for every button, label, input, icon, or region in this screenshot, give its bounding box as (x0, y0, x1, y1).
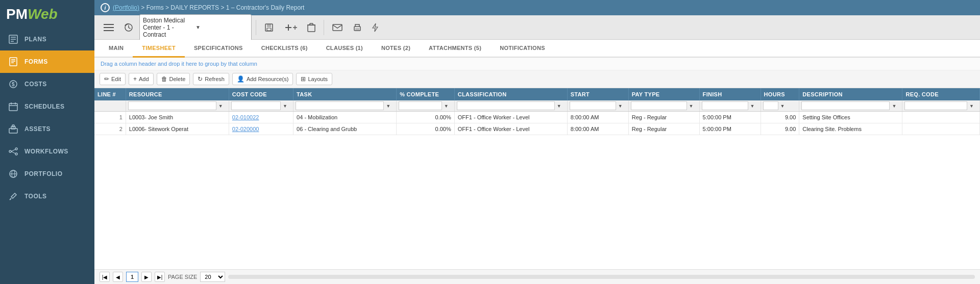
filter-resource-btn[interactable]: ▼ (217, 104, 224, 109)
filter-start-btn[interactable]: ▼ (617, 104, 624, 109)
filter-pay-type: ▼ (628, 100, 699, 112)
breadcrumb-portfolio[interactable]: (Portfolio) (113, 4, 139, 11)
schedules-label: SCHEDULES (24, 103, 65, 110)
refresh-button[interactable]: ↻ Refresh (193, 73, 229, 85)
filter-description: ▼ (799, 100, 902, 112)
filter-cost-code-btn[interactable]: ▼ (282, 104, 288, 109)
tools-icon (8, 191, 18, 201)
tab-notes[interactable]: NOTES (2) (372, 40, 420, 58)
table-footer: |◀ ◀ 1 ▶ ▶| PAGE SIZE 20 50 100 (94, 269, 980, 284)
col-complete: % COMPLETE (397, 88, 455, 100)
filter-complete-btn[interactable]: ▼ (443, 104, 450, 109)
plans-icon (8, 34, 18, 44)
add-row-button[interactable]: + Add (129, 73, 154, 85)
filter-req-code-input[interactable] (904, 101, 967, 110)
col-resource: RESOURCE (126, 88, 229, 100)
filter-pay-type-input[interactable] (631, 101, 687, 110)
row2-start: 8:00:00 AM (567, 123, 628, 135)
filter-finish-btn[interactable]: ▼ (749, 104, 756, 109)
horizontal-scrollbar[interactable] (228, 275, 975, 279)
sidebar-nav: PLANS FORMS $ COSTS SCHEDULES ASSETS (0, 28, 94, 284)
sidebar-item-workflows[interactable]: WORKFLOWS (0, 140, 94, 163)
col-task: TASK (293, 88, 397, 100)
filter-complete-input[interactable] (399, 101, 442, 110)
tab-notifications[interactable]: NOTIFICATIONS (491, 40, 554, 58)
history-button[interactable] (120, 20, 137, 35)
row1-cost-code[interactable]: 02-010022 (229, 112, 293, 123)
filter-line (94, 100, 126, 112)
row1-pay-type: Reg - Regular (628, 112, 699, 123)
sidebar-item-tools[interactable]: TOOLS (0, 185, 94, 208)
filter-task-input[interactable] (296, 101, 384, 110)
add-resource-button[interactable]: 👤 Add Resource(s) (232, 73, 293, 85)
email-button[interactable] (328, 21, 347, 34)
page-first-button[interactable]: |◀ (100, 272, 110, 282)
sidebar-item-costs[interactable]: $ COSTS (0, 73, 94, 95)
layouts-button[interactable]: ⊞ Layouts (296, 73, 332, 85)
filter-cost-code-input[interactable] (231, 101, 281, 110)
filter-task-btn[interactable]: ▼ (385, 104, 391, 109)
filter-classification-btn[interactable]: ▼ (556, 104, 562, 109)
delete-row-icon: 🗑 (161, 75, 167, 83)
filter-resource-input[interactable] (128, 101, 216, 110)
filter-pay-type-btn[interactable]: ▼ (688, 104, 695, 109)
filter-req-code-btn[interactable]: ▼ (968, 104, 975, 109)
sidebar-item-forms[interactable]: FORMS (0, 50, 94, 73)
row1-line: 1 (94, 112, 126, 123)
print-button[interactable] (349, 20, 366, 35)
filter-hours-btn[interactable]: ▼ (779, 104, 786, 109)
forms-label: FORMS (24, 58, 48, 65)
info-icon[interactable]: i (101, 3, 110, 12)
sidebar-item-plans[interactable]: PLANS (0, 28, 94, 50)
filter-finish-input[interactable] (702, 101, 748, 110)
svg-rect-4 (10, 58, 17, 66)
sidebar-item-schedules[interactable]: SCHEDULES (0, 95, 94, 118)
add-button[interactable] (280, 20, 301, 35)
tabs: MAIN TIMESHEET SPECIFICATIONS CHECKLISTS… (94, 40, 980, 58)
svg-text:$: $ (12, 82, 15, 87)
drag-hint: Drag a column header and drop it here to… (94, 58, 980, 70)
main-content: i (Portfolio) > Forms > DAILY REPORTS > … (94, 0, 980, 284)
row2-description: Clearing Site. Problems (799, 123, 902, 135)
page-last-button[interactable]: ▶| (155, 272, 165, 282)
assets-icon (8, 124, 18, 134)
sidebar-item-assets[interactable]: ASSETS (0, 118, 94, 140)
add-row-icon: + (133, 75, 137, 83)
row1-classification: OFF1 - Office Worker - Level (454, 112, 567, 123)
project-selector[interactable]: Boston Medical Center - 1 - Contract ▼ (139, 14, 252, 41)
page-next-button[interactable]: ▶ (141, 272, 152, 282)
table-container: LINE # RESOURCE COST CODE TASK % COMPLET… (94, 88, 980, 269)
timesheet-table: LINE # RESOURCE COST CODE TASK % COMPLET… (94, 88, 980, 135)
tab-main[interactable]: MAIN (100, 40, 133, 58)
tab-attachments[interactable]: ATTACHMENTS (5) (420, 40, 491, 58)
svg-point-17 (9, 150, 11, 152)
sidebar-item-portfolio[interactable]: PORTFOLIO (0, 163, 94, 185)
tab-checklists[interactable]: CHECKLISTS (6) (252, 40, 317, 58)
row1-hours: 9.00 (761, 112, 799, 123)
row2-classification: OFF1 - Office Worker - Level (454, 123, 567, 135)
delete-button[interactable] (303, 20, 320, 35)
row2-line: 2 (94, 123, 126, 135)
col-req-code: REQ. CODE (902, 88, 980, 100)
svg-rect-40 (333, 24, 342, 31)
filter-start-input[interactable] (570, 101, 616, 110)
page-prev-button[interactable]: ◀ (113, 272, 123, 282)
save-button[interactable] (260, 20, 278, 35)
delete-row-button[interactable]: 🗑 Delete (157, 73, 190, 85)
row1-resource: L0003- Joe Smith (126, 112, 229, 123)
table-row: 2 L0006- Sitework Operat 02-020000 06 - … (94, 123, 980, 135)
filter-description-btn[interactable]: ▼ (891, 104, 897, 109)
row1-description: Setting Site Offices (799, 112, 902, 123)
filter-description-input[interactable] (801, 101, 890, 110)
filter-hours-input[interactable] (763, 101, 778, 110)
page-size-select[interactable]: 20 50 100 (200, 272, 225, 282)
filter-classification-input[interactable] (457, 101, 555, 110)
breadcrumb: (Portfolio) > Forms > DAILY REPORTS > 1 … (113, 4, 304, 11)
tab-clauses[interactable]: CLAUSES (1) (317, 40, 372, 58)
tab-specifications[interactable]: SPECIFICATIONS (185, 40, 252, 58)
lightning-button[interactable] (368, 20, 382, 35)
row2-cost-code[interactable]: 02-020000 (229, 123, 293, 135)
tab-timesheet[interactable]: TIMESHEET (133, 40, 185, 58)
menu-button[interactable] (100, 20, 118, 35)
edit-button[interactable]: ✏ Edit (100, 73, 126, 85)
